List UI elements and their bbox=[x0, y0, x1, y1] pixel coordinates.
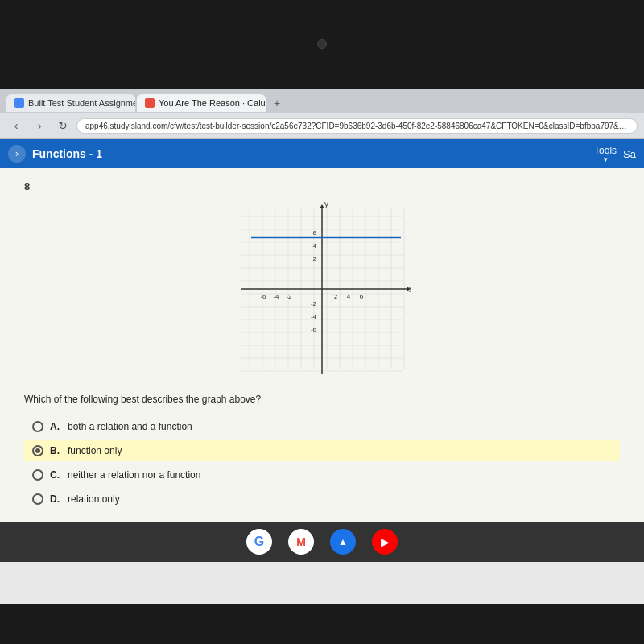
tab1-favicon bbox=[14, 98, 24, 108]
forward-button[interactable]: › bbox=[30, 116, 49, 135]
svg-text:2: 2 bbox=[334, 293, 338, 300]
option-c-label: C. bbox=[50, 469, 60, 481]
screen: Built Test Student Assignment - ✕ You Ar… bbox=[0, 89, 644, 604]
option-c-text: neither a relation nor a function bbox=[68, 469, 200, 481]
tab1-label: Built Test Student Assignment - bbox=[28, 98, 135, 108]
graph-svg: -6 -4 -2 2 4 6 6 4 2 -2 -4 -6 x y bbox=[233, 200, 411, 378]
svg-text:-4: -4 bbox=[311, 313, 317, 320]
svg-text:4: 4 bbox=[313, 242, 317, 250]
tab-1[interactable]: Built Test Student Assignment - ✕ bbox=[6, 94, 135, 112]
svg-text:-2: -2 bbox=[311, 300, 317, 308]
bezel-top bbox=[0, 0, 644, 89]
graph-container: -6 -4 -2 2 4 6 6 4 2 -2 -4 -6 x y bbox=[24, 200, 620, 378]
app-header-right: Tools ▼ Sa bbox=[594, 145, 636, 163]
tools-label: Tools bbox=[594, 145, 617, 156]
svg-text:-2: -2 bbox=[286, 293, 292, 300]
svg-text:4: 4 bbox=[347, 293, 351, 300]
option-d-label: D. bbox=[50, 493, 60, 505]
tools-button[interactable]: Tools ▼ bbox=[594, 145, 617, 163]
svg-text:6: 6 bbox=[313, 229, 317, 237]
chrome-icon[interactable]: G bbox=[246, 529, 272, 555]
address-bar-row: ‹ › ↻ app46.studyisland.com/cfw/test/tes… bbox=[0, 113, 644, 138]
main-content: 8 bbox=[0, 168, 644, 522]
question-number: 8 bbox=[24, 180, 620, 192]
svg-text:6: 6 bbox=[360, 293, 364, 300]
options-list: A. both a relation and a function B. fun… bbox=[24, 416, 620, 510]
svg-text:-4: -4 bbox=[273, 293, 279, 300]
radio-b-fill bbox=[35, 448, 40, 453]
tools-arrow: ▼ bbox=[602, 156, 609, 163]
option-c[interactable]: C. neither a relation nor a function bbox=[24, 464, 620, 485]
graph-wrapper: -6 -4 -2 2 4 6 6 4 2 -2 -4 -6 x y bbox=[233, 200, 411, 378]
option-b-label: B. bbox=[50, 445, 60, 456]
gmail-icon[interactable]: M bbox=[288, 529, 314, 555]
option-a-text: both a relation and a function bbox=[68, 421, 192, 432]
radio-b[interactable] bbox=[32, 445, 43, 456]
taskbar: G M ▲ ▶ bbox=[0, 522, 644, 562]
option-b[interactable]: B. function only bbox=[24, 440, 620, 461]
address-bar[interactable]: app46.studyisland.com/cfw/test/test-buil… bbox=[76, 118, 638, 134]
tab-bar: Built Test Student Assignment - ✕ You Ar… bbox=[0, 89, 644, 113]
app-header: › Functions - 1 Tools ▼ Sa bbox=[0, 139, 644, 168]
webcam bbox=[317, 39, 327, 49]
option-b-text: function only bbox=[68, 445, 122, 456]
browser-chrome: Built Test Student Assignment - ✕ You Ar… bbox=[0, 89, 644, 139]
svg-text:-6: -6 bbox=[260, 293, 266, 300]
tab2-favicon bbox=[145, 98, 155, 108]
drive-icon[interactable]: ▲ bbox=[330, 529, 356, 555]
tab-2[interactable]: You Are The Reason · Calum 🔊 ✕ bbox=[137, 94, 266, 112]
svg-text:x: x bbox=[409, 285, 411, 294]
page-title: Functions - 1 bbox=[32, 147, 102, 160]
app-header-left: › Functions - 1 bbox=[8, 145, 102, 163]
bottom-bezel bbox=[0, 604, 644, 644]
radio-a[interactable] bbox=[32, 421, 43, 432]
question-text: Which of the following best describes th… bbox=[24, 394, 620, 405]
reload-button[interactable]: ↻ bbox=[53, 116, 72, 135]
tab2-label: You Are The Reason · Calum bbox=[159, 98, 266, 108]
option-a-label: A. bbox=[50, 421, 60, 432]
svg-text:2: 2 bbox=[313, 255, 317, 262]
back-button[interactable]: ‹ bbox=[6, 116, 26, 135]
option-d[interactable]: D. relation only bbox=[24, 489, 620, 510]
save-label: Sa bbox=[623, 148, 636, 160]
youtube-icon[interactable]: ▶ bbox=[372, 529, 398, 555]
radio-d[interactable] bbox=[32, 493, 43, 505]
new-tab-button[interactable]: + bbox=[267, 93, 287, 113]
back-nav-button[interactable]: › bbox=[8, 145, 26, 163]
radio-c[interactable] bbox=[32, 469, 43, 481]
svg-text:-6: -6 bbox=[311, 326, 317, 333]
option-a[interactable]: A. both a relation and a function bbox=[24, 416, 620, 437]
option-d-text: relation only bbox=[68, 493, 120, 505]
svg-text:y: y bbox=[324, 200, 328, 208]
